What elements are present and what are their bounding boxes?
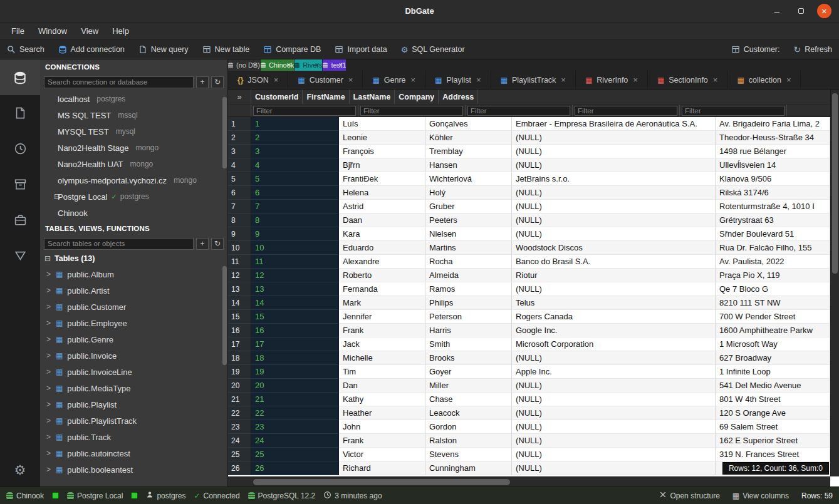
customerid-cell[interactable]: 25 xyxy=(251,448,339,461)
close-icon[interactable]: × xyxy=(338,61,343,69)
company-cell[interactable]: Telus xyxy=(512,296,716,310)
sidebar-files-icon[interactable] xyxy=(0,95,40,131)
table-tree-item[interactable]: > ▦ public.MediaType xyxy=(40,380,227,396)
close-icon[interactable]: × xyxy=(253,61,257,69)
table-row[interactable]: 25 25 Victor Stevens (NULL) 319 N. Franc… xyxy=(228,448,830,461)
customerid-cell[interactable]: 8 xyxy=(251,213,339,227)
table-row[interactable]: 13 13 Fernanda Ramos (NULL) Qe 7 Bloco G xyxy=(228,282,830,296)
table-tree-item[interactable]: > ▦ public.Invoice xyxy=(40,347,227,364)
table-row[interactable]: 22 22 Heather Leacock (NULL) 120 S Orang… xyxy=(228,406,830,420)
database-tab[interactable]: (no DB) × xyxy=(228,59,260,71)
file-tab[interactable]: ▦ Customer × xyxy=(288,71,363,89)
company-cell[interactable]: (NULL) xyxy=(512,200,716,213)
lastname-cell[interactable]: Brooks xyxy=(425,351,512,365)
row-number-cell[interactable]: 13 xyxy=(228,282,251,296)
file-tab[interactable]: ▦ RiverInfo × xyxy=(576,71,648,89)
lastname-cell[interactable]: Miller xyxy=(425,379,512,393)
table-row[interactable]: 20 20 Dan Miller (NULL) 541 Del Medio Av… xyxy=(228,379,830,393)
company-cell[interactable]: (NULL) xyxy=(512,131,716,145)
address-cell[interactable]: Av. Paulista, 2022 xyxy=(716,255,830,269)
row-number-cell[interactable]: 4 xyxy=(228,158,251,172)
firstname-cell[interactable]: Kathy xyxy=(339,393,425,406)
lastname-cell[interactable]: Leacock xyxy=(425,406,512,420)
column-filter-input[interactable] xyxy=(360,106,463,116)
connection-item[interactable]: Nano2Health UAT mongo xyxy=(40,156,227,172)
company-cell[interactable]: Apple Inc. xyxy=(512,365,716,379)
table-tree-item[interactable]: > ▦ public.InvoiceLine xyxy=(40,364,227,380)
connection-item[interactable]: olympus-medportal.vychozi.cz mongo xyxy=(40,172,227,188)
address-cell[interactable]: Grétrystraat 63 xyxy=(716,213,830,227)
firstname-cell[interactable]: Leonie xyxy=(339,131,425,145)
horizontal-scrollbar-thumb[interactable] xyxy=(253,479,510,485)
customerid-cell[interactable]: 5 xyxy=(251,172,339,186)
company-cell[interactable]: (NULL) xyxy=(512,393,716,406)
row-number-cell[interactable]: 21 xyxy=(228,393,251,406)
company-cell[interactable]: (NULL) xyxy=(512,186,716,200)
customerid-cell[interactable]: 9 xyxy=(251,227,339,241)
company-cell[interactable]: Rogers Canada xyxy=(512,310,716,324)
chevron-right-icon[interactable]: > xyxy=(46,433,51,441)
sidebar-plugins-icon[interactable] xyxy=(0,202,40,238)
refresh-tables-button[interactable]: ↻ xyxy=(211,238,224,250)
firstname-cell[interactable]: John xyxy=(339,420,425,434)
sidebar-connections-icon[interactable] xyxy=(0,59,40,95)
table-row[interactable]: 6 6 Helena Holý (NULL) Rilská 3174/6 xyxy=(228,186,830,200)
customerid-cell[interactable]: 19 xyxy=(251,365,339,379)
lastname-cell[interactable]: Hansen xyxy=(425,158,512,172)
close-icon[interactable]: × xyxy=(411,75,416,85)
row-number-cell[interactable]: 22 xyxy=(228,406,251,420)
database-tab[interactable]: Rivers × xyxy=(294,59,322,71)
sidebar-archive-icon[interactable] xyxy=(0,167,40,202)
address-cell[interactable]: 1600 Amphitheatre Parkw xyxy=(716,324,830,337)
connection-item[interactable]: Nano2Health Stage mongo xyxy=(40,140,227,156)
company-cell[interactable]: Microsoft Corporation xyxy=(512,337,716,351)
customerid-cell[interactable]: 11 xyxy=(251,255,339,269)
table-row[interactable]: 21 21 Kathy Chase (NULL) 801 W 4th Stree… xyxy=(228,393,830,406)
lastname-cell[interactable]: Holý xyxy=(425,186,512,200)
row-number-cell[interactable]: 6 xyxy=(228,186,251,200)
chevron-right-icon[interactable]: > xyxy=(46,400,51,409)
chevron-right-icon[interactable]: > xyxy=(46,302,51,311)
table-row[interactable]: 10 10 Eduardo Martins Woodstock Discos R… xyxy=(228,241,830,255)
toolbar-add-connection-button[interactable]: Add connection xyxy=(51,40,132,59)
customerid-cell[interactable]: 2 xyxy=(251,131,339,145)
address-cell[interactable]: 319 N. Frances Street xyxy=(716,448,830,461)
chevron-right-icon[interactable]: > xyxy=(46,319,51,327)
row-number-cell[interactable]: 14 xyxy=(228,296,251,310)
table-tree-item[interactable]: > ▦ public.Customer xyxy=(40,299,227,315)
row-number-cell[interactable]: 24 xyxy=(228,434,251,448)
firstname-cell[interactable]: Frank xyxy=(339,434,425,448)
firstname-cell[interactable]: Victor xyxy=(339,448,425,461)
company-cell[interactable]: (NULL) xyxy=(512,227,716,241)
row-number-cell[interactable]: 7 xyxy=(228,200,251,213)
firstname-cell[interactable]: Alexandre xyxy=(339,255,425,269)
customerid-cell[interactable]: 14 xyxy=(251,296,339,310)
table-row[interactable]: 5 5 FrantiĐek Wichterlová JetBrains s.r.… xyxy=(228,172,830,186)
firstname-cell[interactable]: François xyxy=(339,145,425,158)
company-cell[interactable]: (NULL) xyxy=(512,448,716,461)
table-row[interactable]: 9 9 Kara Nielsen (NULL) Sřnder Boulevard… xyxy=(228,227,830,241)
connection-item[interactable]: MS SQL TEST mssql xyxy=(40,107,227,123)
firstname-cell[interactable]: Heather xyxy=(339,406,425,420)
table-row[interactable]: 19 19 Tim Goyer Apple Inc. 1 Infinite Lo… xyxy=(228,365,830,379)
add-table-button[interactable]: + xyxy=(196,238,209,250)
customerid-cell[interactable]: 1 xyxy=(251,117,339,131)
table-tree-item[interactable]: > ▦ public.PlaylistTrack xyxy=(40,413,227,429)
database-tab[interactable]: Chinook × xyxy=(261,59,294,71)
table-row[interactable]: 1 1 Luís Gonçalves Embraer - Empresa Bra… xyxy=(228,117,830,131)
firstname-cell[interactable]: Bjřrn xyxy=(339,158,425,172)
row-number-cell[interactable]: 15 xyxy=(228,310,251,324)
row-number-cell[interactable]: 1 xyxy=(228,117,251,131)
customerid-cell[interactable]: 10 xyxy=(251,241,339,255)
chevron-right-icon[interactable]: > xyxy=(46,351,51,360)
row-number-cell[interactable]: 17 xyxy=(228,337,251,351)
lastname-cell[interactable]: Almeida xyxy=(425,269,512,282)
table-row[interactable]: 14 14 Mark Philips Telus 8210 111 ST NW xyxy=(228,296,830,310)
lastname-cell[interactable]: Peterson xyxy=(425,310,512,324)
lastname-cell[interactable]: Stevens xyxy=(425,448,512,461)
settings-gear-icon[interactable]: ⚙ xyxy=(0,454,40,486)
minimize-button[interactable]: – xyxy=(769,4,784,19)
customerid-cell[interactable]: 22 xyxy=(251,406,339,420)
connection-item[interactable]: MYSQL TEST mysql xyxy=(40,123,227,140)
close-icon[interactable]: × xyxy=(315,61,319,69)
